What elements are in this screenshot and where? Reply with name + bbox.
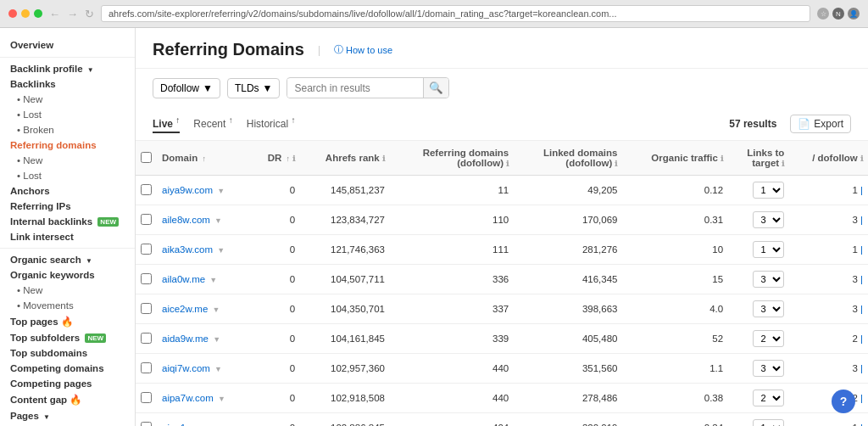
sidebar-backlink-profile[interactable]: Backlink profile ▼ xyxy=(0,61,135,76)
row-dofollow-link[interactable]: | xyxy=(860,363,863,373)
sidebar-backlinks[interactable]: Backlinks xyxy=(0,76,135,92)
row-domain: aiya9w.com ▼ xyxy=(157,176,252,205)
domain-link[interactable]: aila0w.me xyxy=(162,274,205,284)
sidebar-referring-ips[interactable]: Referring IPs xyxy=(0,199,135,214)
row-checkbox[interactable] xyxy=(141,303,152,314)
links-select[interactable]: 3 xyxy=(753,300,784,317)
links-select[interactable]: 3 xyxy=(753,360,784,377)
tab-recent[interactable]: Recent ↑ xyxy=(193,114,232,133)
sidebar-top-pages[interactable]: Top pages 🔥 xyxy=(0,313,135,330)
th-dofollow[interactable]: / dofollow ℹ xyxy=(789,141,868,176)
row-dofollow: 1 | xyxy=(789,413,868,427)
row-dofollow-link[interactable]: | xyxy=(860,274,863,284)
sidebar-competing-pages[interactable]: Competing pages xyxy=(0,376,135,391)
sidebar-organic-new[interactable]: New xyxy=(0,283,135,298)
sidebar-competing-domains[interactable]: Competing domains xyxy=(0,361,135,376)
url-bar[interactable]: ahrefs.com/site-explorer/referring/v2/do… xyxy=(101,5,810,22)
maximize-btn[interactable] xyxy=(34,9,42,18)
export-button[interactable]: 📄 Export xyxy=(790,115,851,133)
domain-dropdown-icon[interactable]: ▼ xyxy=(217,187,225,195)
close-btn[interactable] xyxy=(8,9,17,18)
links-select[interactable]: 3 xyxy=(753,271,784,288)
row-checkbox[interactable] xyxy=(141,422,152,427)
row-checkbox[interactable] xyxy=(141,184,152,195)
bookmark-icon[interactable]: ☆ xyxy=(817,8,829,20)
minimize-btn[interactable] xyxy=(21,9,30,18)
tab-live[interactable]: Live ↑ xyxy=(153,114,180,133)
th-domain[interactable]: Domain ↑ xyxy=(157,141,252,176)
th-linked-domains[interactable]: Linked domains(dofollow) ℹ xyxy=(514,141,622,176)
search-button[interactable]: 🔍 xyxy=(423,78,448,98)
links-select[interactable]: 3 xyxy=(753,211,784,228)
sidebar-backlinks-lost[interactable]: Lost xyxy=(0,107,135,122)
row-dofollow-link[interactable]: | xyxy=(860,215,863,225)
extension-icon[interactable]: N xyxy=(832,8,844,20)
th-ref-domains[interactable]: Referring domains(dofollow) ℹ xyxy=(390,141,514,176)
tab-historical[interactable]: Historical ↑ xyxy=(247,114,296,133)
sidebar-top-subfolders[interactable]: Top subfolders NEW xyxy=(0,330,135,345)
help-button[interactable]: ? xyxy=(832,390,855,413)
select-all-checkbox[interactable] xyxy=(141,152,152,163)
forward-btn[interactable]: → xyxy=(67,8,78,20)
links-select[interactable]: 2 xyxy=(753,390,784,406)
domain-link[interactable]: aika3w.com xyxy=(162,244,213,255)
sidebar-backlinks-new[interactable]: New xyxy=(0,92,135,107)
row-dofollow-link[interactable]: | xyxy=(860,334,863,344)
sidebar-anchors[interactable]: Anchors xyxy=(0,183,135,199)
row-checkbox[interactable] xyxy=(141,244,152,255)
domain-dropdown-icon[interactable]: ▼ xyxy=(209,276,217,284)
sidebar-content-gap[interactable]: Content gap 🔥 xyxy=(0,391,135,408)
links-select[interactable]: 1 xyxy=(753,182,784,199)
row-dofollow-link[interactable]: | xyxy=(860,185,863,195)
row-dofollow-link[interactable]: | xyxy=(860,304,863,314)
domain-dropdown-icon[interactable]: ▼ xyxy=(217,246,225,255)
th-links-to-target[interactable]: Links totarget ℹ xyxy=(728,141,789,176)
domain-link[interactable]: aile8w.com xyxy=(162,215,210,225)
row-checkbox[interactable] xyxy=(141,362,152,373)
reload-btn[interactable]: ↻ xyxy=(85,8,94,20)
sidebar-internal-backlinks[interactable]: Internal backlinks NEW xyxy=(0,214,135,229)
domain-link[interactable]: aida9w.me xyxy=(162,334,209,344)
row-checkbox[interactable] xyxy=(141,333,152,344)
domain-dropdown-icon[interactable]: ▼ xyxy=(214,365,222,373)
sidebar-organic-keywords[interactable]: Organic keywords xyxy=(0,267,135,283)
sidebar-link-intersect[interactable]: Link intersect xyxy=(0,229,135,244)
links-select[interactable]: 1 xyxy=(753,241,784,258)
dofollow-dropdown[interactable]: Dofollow ▼ xyxy=(153,78,220,98)
domain-link[interactable]: aiya9w.com xyxy=(162,185,213,195)
domain-dropdown-icon[interactable]: ▼ xyxy=(214,216,222,225)
sidebar-organic-movements[interactable]: Movements xyxy=(0,298,135,313)
how-to-link[interactable]: ⓘ How to use xyxy=(334,43,392,56)
th-organic-traffic[interactable]: Organic traffic ℹ xyxy=(622,141,728,176)
sidebar-top-subdomains[interactable]: Top subdomains xyxy=(0,345,135,361)
sidebar-organic-search[interactable]: Organic search ▼ xyxy=(0,252,135,267)
search-input[interactable] xyxy=(287,79,423,98)
row-checkbox[interactable] xyxy=(141,392,152,403)
th-ahrefs-rank[interactable]: Ahrefs rank ℹ xyxy=(300,141,390,176)
row-dofollow-link[interactable]: | xyxy=(860,393,863,403)
sidebar-backlinks-broken[interactable]: Broken xyxy=(0,122,135,137)
th-dr[interactable]: DR ↑ ℹ xyxy=(252,141,300,176)
row-dofollow-link[interactable]: | xyxy=(860,423,863,426)
tlds-dropdown[interactable]: TLDs ▼ xyxy=(227,78,281,98)
sidebar-referring-new[interactable]: New xyxy=(0,153,135,168)
profile-icon[interactable]: 👤 xyxy=(848,8,860,20)
domain-link[interactable]: aice2w.me xyxy=(162,304,208,314)
row-checkbox[interactable] xyxy=(141,273,152,284)
domain-dropdown-icon[interactable]: ▼ xyxy=(213,335,220,344)
domain-link[interactable]: aian1w.me xyxy=(162,423,209,426)
links-select[interactable]: 2 xyxy=(753,330,784,347)
row-checkbox[interactable] xyxy=(141,214,152,225)
row-dofollow-link[interactable]: | xyxy=(860,244,863,255)
dropdown-arrow: ▼ xyxy=(203,82,213,94)
links-select[interactable]: 1 xyxy=(753,419,784,426)
domain-dropdown-icon[interactable]: ▼ xyxy=(213,305,220,314)
sidebar-referring-lost[interactable]: Lost xyxy=(0,168,135,183)
domain-link[interactable]: aiqi7w.com xyxy=(162,363,210,373)
domain-dropdown-icon[interactable]: ▼ xyxy=(218,395,225,403)
sidebar-pages[interactable]: Pages ▼ xyxy=(0,408,135,423)
sidebar-referring-domains[interactable]: Referring domains xyxy=(0,137,135,153)
sidebar-overview[interactable]: Overview xyxy=(0,36,135,53)
domain-link[interactable]: aipa7w.com xyxy=(162,393,214,403)
back-btn[interactable]: ← xyxy=(49,8,60,20)
